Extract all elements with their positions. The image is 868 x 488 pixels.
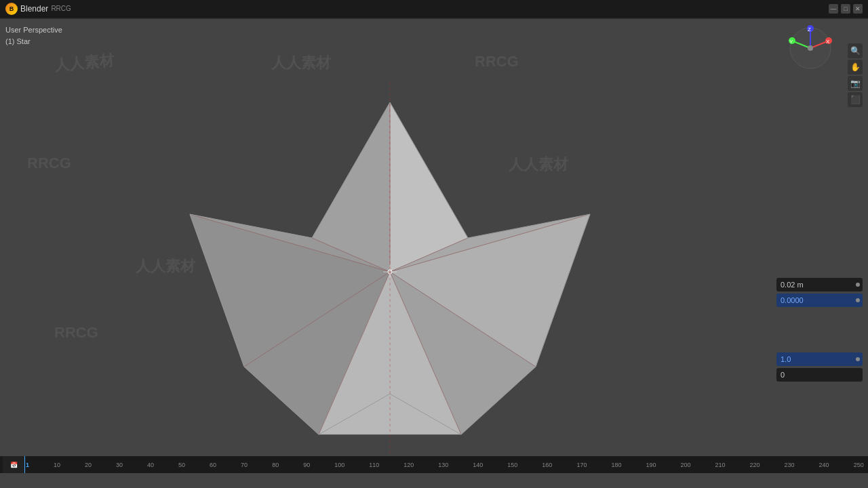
offset-dot: [856, 298, 860, 302]
frame-100-label: 100: [334, 462, 344, 468]
frame-70-label: 70: [241, 462, 248, 468]
minimize-button[interactable]: —: [829, 4, 838, 14]
frame-120-label: 120: [403, 462, 414, 468]
frame-150-label: 150: [507, 462, 517, 468]
offset-value-text: 0.0000: [781, 296, 804, 304]
close-button[interactable]: ✕: [853, 4, 863, 14]
frame-40-label: 40: [147, 462, 154, 468]
frame-60-label: 60: [210, 462, 216, 468]
maximize-button[interactable]: □: [841, 4, 850, 14]
current-frame-indicator: [24, 456, 25, 473]
frame-numbers-row: 1 10 20 30 40 50 60 70 80 90 100 110 120…: [24, 462, 865, 468]
watermark-1: 人人素材: [54, 53, 115, 76]
app-logo: B Blender RRCG: [5, 3, 71, 15]
window-controls: — □ ✕: [829, 4, 863, 14]
watermark-3: RRCG: [475, 53, 519, 70]
frame-10-label: 10: [54, 462, 60, 468]
frame-250-label: 250: [854, 462, 864, 468]
watermark-2: 人人素材: [271, 53, 331, 73]
frame-1-label: 1: [26, 462, 29, 468]
frame-20-label: 20: [85, 462, 92, 468]
frame-80-label: 80: [272, 462, 279, 468]
frame-240-label: 240: [819, 462, 829, 468]
material-offset-value[interactable]: 0: [776, 368, 863, 382]
material-offset-value-text: 0: [781, 371, 785, 379]
frame-130-label: 130: [438, 462, 448, 468]
frame-160-label: 160: [542, 462, 552, 468]
app-title: Blender: [20, 4, 48, 14]
frame-170-label: 170: [576, 462, 587, 468]
star-object: [170, 82, 610, 438]
frame-30-label: 30: [116, 462, 123, 468]
thickness-dot: [856, 283, 860, 287]
thickness-value[interactable]: 0.02 m: [776, 278, 863, 291]
app-subtitle: RRCG: [51, 5, 71, 12]
frame-90-label: 90: [303, 462, 310, 468]
frame-50-label: 50: [178, 462, 185, 468]
frame-220-label: 220: [750, 462, 760, 468]
blender-logo-icon: B: [5, 3, 18, 15]
frame-110-label: 110: [369, 462, 379, 468]
timeline-frames: 1 10 20 30 40 50 60 70 80 90 100 110 120…: [24, 456, 865, 473]
viewport-3d[interactable]: 人人素材 人人素材 RRCG RRCG 人人素材 人人素材 RRCG RRCG …: [20, 53, 692, 438]
watermark-8: RRCG: [54, 324, 98, 342]
thickness-value-text: 0.02 m: [781, 281, 804, 289]
frame-230-label: 230: [785, 462, 795, 468]
crease-edge-value[interactable]: 1.0: [776, 352, 863, 366]
frame-200-label: 200: [680, 462, 690, 468]
frame-210-label: 210: [715, 462, 726, 468]
titlebar: B Blender RRCG — □ ✕: [0, 0, 868, 18]
crease-edge-dot: [856, 357, 860, 361]
timeline-track-icon: 📅: [3, 456, 24, 473]
offset-value[interactable]: 0.0000: [776, 293, 863, 307]
frame-180-label: 180: [611, 462, 621, 468]
timeline-track[interactable]: 📅 1 10 20 30 40 50 60 70 80 90 100 110 1…: [0, 456, 868, 473]
frame-190-label: 190: [646, 462, 656, 468]
frame-140-label: 140: [473, 462, 483, 468]
crease-edge-value-text: 1.0: [781, 355, 791, 363]
watermark-4: RRCG: [27, 155, 71, 172]
